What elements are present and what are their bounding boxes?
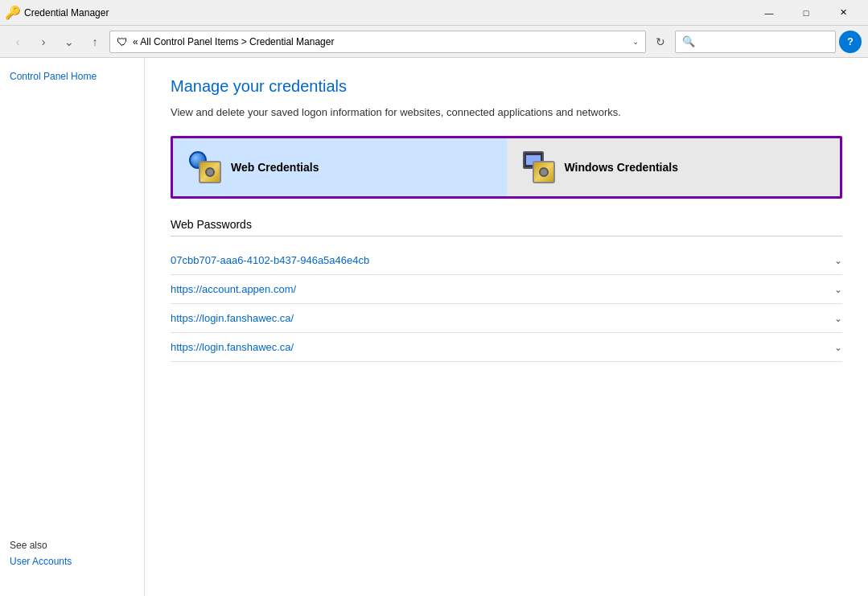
sidebar: Control Panel Home See also User Account… bbox=[0, 58, 145, 596]
see-also-label: See also bbox=[10, 540, 134, 551]
back-button[interactable]: ‹ bbox=[6, 31, 29, 53]
safe-icon bbox=[199, 161, 221, 183]
window-controls: — □ ✕ bbox=[751, 0, 862, 26]
credential-name: https://login.fanshawec.ca/ bbox=[171, 312, 294, 324]
credential-type-selector: Web Credentials Windows Credentials bbox=[171, 136, 842, 199]
close-button[interactable]: ✕ bbox=[825, 0, 862, 26]
credential-item[interactable]: https://account.appen.com/ ⌄ bbox=[171, 275, 842, 304]
user-accounts-link[interactable]: User Accounts bbox=[10, 556, 134, 567]
credential-item[interactable]: https://login.fanshawec.ca/ ⌄ bbox=[171, 333, 842, 362]
chevron-down-icon: ⌄ bbox=[834, 313, 842, 324]
credential-item[interactable]: 07cbb707-aaa6-4102-b437-946a5a46e4cb ⌄ bbox=[171, 246, 842, 275]
page-description: View and delete your saved logon informa… bbox=[171, 105, 842, 120]
search-bar[interactable]: 🔍 bbox=[675, 31, 836, 53]
credential-item[interactable]: https://login.fanshawec.ca/ ⌄ bbox=[171, 304, 842, 333]
main-layout: Control Panel Home See also User Account… bbox=[0, 58, 868, 596]
app-icon: 🔑 bbox=[6, 6, 19, 19]
content-area: Manage your credentials View and delete … bbox=[145, 58, 868, 596]
credential-name: 07cbb707-aaa6-4102-b437-946a5a46e4cb bbox=[171, 254, 369, 266]
recent-pages-button[interactable]: ⌄ bbox=[58, 31, 80, 53]
section-title: Web Passwords bbox=[171, 218, 842, 236]
chevron-down-icon: ⌄ bbox=[834, 342, 842, 353]
minimize-button[interactable]: — bbox=[751, 0, 788, 26]
web-credentials-label: Web Credentials bbox=[231, 161, 319, 174]
refresh-button[interactable]: ↻ bbox=[649, 31, 672, 53]
credential-name: https://account.appen.com/ bbox=[171, 283, 296, 295]
title-bar-left: 🔑 Credential Manager bbox=[6, 6, 109, 19]
address-icon: 🛡 bbox=[117, 35, 128, 48]
search-icon: 🔍 bbox=[682, 35, 695, 47]
nav-bar: ‹ › ⌄ ↑ 🛡 « All Control Panel Items > Cr… bbox=[0, 26, 868, 58]
windows-credentials-label: Windows Credentials bbox=[565, 161, 678, 174]
up-button[interactable]: ↑ bbox=[84, 31, 106, 53]
address-dropdown-icon[interactable]: ⌄ bbox=[632, 37, 639, 46]
windows-credentials-icon bbox=[523, 151, 555, 183]
sidebar-top: Control Panel Home bbox=[10, 71, 134, 88]
address-bar: 🛡 « All Control Panel Items > Credential… bbox=[109, 31, 646, 53]
help-button[interactable]: ? bbox=[839, 31, 862, 53]
page-title: Manage your credentials bbox=[171, 77, 842, 96]
control-panel-home-link[interactable]: Control Panel Home bbox=[10, 71, 134, 82]
window-title: Credential Manager bbox=[24, 7, 109, 18]
safe-icon-2 bbox=[533, 161, 555, 183]
forward-button[interactable]: › bbox=[32, 31, 55, 53]
windows-credentials-tab[interactable]: Windows Credentials bbox=[507, 138, 841, 196]
chevron-down-icon: ⌄ bbox=[834, 284, 842, 295]
web-credentials-icon bbox=[189, 151, 221, 183]
chevron-down-icon: ⌄ bbox=[834, 255, 842, 266]
credential-name: https://login.fanshawec.ca/ bbox=[171, 341, 294, 353]
restore-button[interactable]: □ bbox=[788, 0, 825, 26]
sidebar-bottom: See also User Accounts bbox=[10, 540, 134, 583]
address-text: « All Control Panel Items > Credential M… bbox=[133, 36, 627, 47]
title-bar: 🔑 Credential Manager — □ ✕ bbox=[0, 0, 868, 26]
web-passwords-section: Web Passwords 07cbb707-aaa6-4102-b437-94… bbox=[171, 218, 842, 362]
web-credentials-tab[interactable]: Web Credentials bbox=[173, 138, 507, 196]
